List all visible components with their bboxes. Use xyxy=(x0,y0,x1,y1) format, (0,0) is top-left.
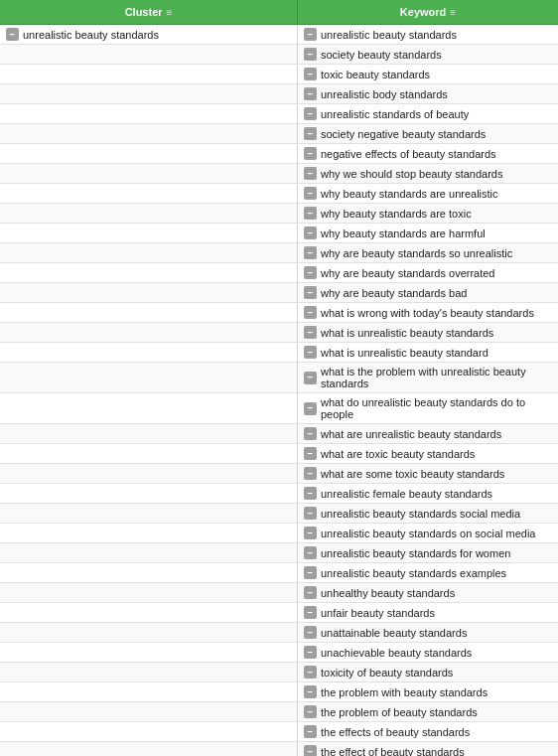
table-row: −the problem with beauty standards xyxy=(0,682,558,702)
remove-keyword-button[interactable]: − xyxy=(304,745,317,756)
remove-keyword-button[interactable]: − xyxy=(304,207,317,220)
keyword-text: society negative beauty standards xyxy=(321,128,486,140)
cluster-cell xyxy=(0,303,298,322)
keyword-text: what is the problem with unrealistic bea… xyxy=(321,366,552,389)
table-row: −unrealistic body standards xyxy=(0,84,558,104)
cluster-cell xyxy=(0,323,298,342)
keyword-text: unrealistic beauty standards on social m… xyxy=(321,528,535,539)
cluster-cell xyxy=(0,363,298,392)
remove-keyword-button[interactable]: − xyxy=(304,326,317,339)
table-row: −what is wrong with today's beauty stand… xyxy=(0,303,558,323)
remove-keyword-button[interactable]: − xyxy=(304,427,317,440)
table-row: −the effects of beauty standards xyxy=(0,722,558,742)
cluster-cell xyxy=(0,184,298,203)
keyword-cell: −what are toxic beauty standards xyxy=(298,444,558,463)
keyword-text: the effect of beauty standards xyxy=(321,746,465,757)
keyword-text: toxic beauty standards xyxy=(321,69,430,80)
remove-keyword-button[interactable]: − xyxy=(304,147,317,160)
cluster-cell xyxy=(0,243,298,262)
remove-keyword-button[interactable]: − xyxy=(304,487,317,500)
table-row: −what are toxic beauty standards xyxy=(0,444,558,464)
table-row: −what is unrealistic beauty standard xyxy=(0,343,558,363)
remove-keyword-button[interactable]: − xyxy=(304,606,317,619)
keyword-text: why are beauty standards bad xyxy=(321,287,467,299)
remove-keyword-button[interactable]: − xyxy=(304,626,317,639)
remove-keyword-button[interactable]: − xyxy=(304,586,317,599)
remove-keyword-button[interactable]: − xyxy=(304,467,317,480)
table-row: −toxic beauty standards xyxy=(0,65,558,84)
remove-keyword-button[interactable]: − xyxy=(304,87,317,100)
remove-keyword-button[interactable]: − xyxy=(304,227,317,239)
keyword-cell: −what are some toxic beauty standards xyxy=(298,464,558,483)
keyword-cell: −unachievable beauty standards xyxy=(298,643,558,662)
remove-keyword-button[interactable]: − xyxy=(304,28,317,41)
cluster-cell xyxy=(0,124,298,143)
remove-keyword-button[interactable]: − xyxy=(304,346,317,359)
keyword-text: what are toxic beauty standards xyxy=(321,448,475,460)
keyword-cell: −the effects of beauty standards xyxy=(298,722,558,741)
remove-keyword-button[interactable]: − xyxy=(304,646,317,659)
remove-keyword-button[interactable]: − xyxy=(304,546,317,559)
table-row: −the effect of beauty standards xyxy=(0,742,558,756)
remove-keyword-button[interactable]: − xyxy=(304,725,317,738)
cluster-cell xyxy=(0,643,298,662)
table-row: −unrealistic standards of beauty xyxy=(0,104,558,124)
keyword-text: what are some toxic beauty standards xyxy=(321,468,504,480)
keyword-text: why are beauty standards so unrealistic xyxy=(321,247,512,259)
keyword-text: unrealistic standards of beauty xyxy=(321,108,469,120)
cluster-cell xyxy=(0,224,298,242)
keyword-text: why are beauty standards overrated xyxy=(321,267,495,279)
remove-keyword-button[interactable]: − xyxy=(304,48,317,61)
keyword-cell: −what is unrealistic beauty standard xyxy=(298,343,558,362)
keyword-text: what do unrealistic beauty standards do … xyxy=(321,396,552,420)
remove-keyword-button[interactable]: − xyxy=(304,187,317,200)
cluster-cell xyxy=(0,343,298,362)
cluster-cell xyxy=(0,663,298,681)
remove-keyword-button[interactable]: − xyxy=(304,167,317,180)
remove-keyword-button[interactable]: − xyxy=(304,246,317,259)
table-header: Cluster ≡ Keyword ≡ xyxy=(0,0,558,25)
remove-keyword-button[interactable]: − xyxy=(304,527,317,539)
table-row: −the problem of beauty standards xyxy=(0,702,558,722)
remove-keyword-button[interactable]: − xyxy=(304,447,317,460)
cluster-header-label: Cluster xyxy=(125,6,163,18)
keyword-cell: −why beauty standards are toxic xyxy=(298,204,558,223)
table-row: −why beauty standards are harmful xyxy=(0,224,558,243)
remove-keyword-button[interactable]: − xyxy=(304,685,317,698)
keyword-cell: −unattainable beauty standards xyxy=(298,623,558,642)
cluster-name: unrealistic beauty standards xyxy=(23,29,159,41)
keyword-text: unhealthy beauty standards xyxy=(321,587,455,599)
remove-keyword-button[interactable]: − xyxy=(304,507,317,520)
remove-keyword-button[interactable]: − xyxy=(304,68,317,80)
keyword-filter-icon[interactable]: ≡ xyxy=(450,7,456,18)
remove-keyword-button[interactable]: − xyxy=(304,372,317,384)
keyword-cell: −why are beauty standards so unrealistic xyxy=(298,243,558,262)
remove-keyword-button[interactable]: − xyxy=(304,666,317,679)
remove-keyword-button[interactable]: − xyxy=(304,107,317,120)
remove-keyword-button[interactable]: − xyxy=(304,705,317,718)
cluster-filter-icon[interactable]: ≡ xyxy=(167,7,173,18)
table-row: −toxicity of beauty standards xyxy=(0,663,558,682)
keyword-cell: −why are beauty standards bad xyxy=(298,283,558,302)
remove-keyword-button[interactable]: − xyxy=(304,402,317,415)
cluster-cell xyxy=(0,424,298,443)
keyword-cell: −unrealistic beauty standards for women xyxy=(298,543,558,562)
remove-keyword-button[interactable]: − xyxy=(304,127,317,140)
keyword-cell: −what are unrealistic beauty standards xyxy=(298,424,558,443)
remove-keyword-button[interactable]: − xyxy=(304,306,317,319)
collapse-cluster-button[interactable]: − xyxy=(6,28,19,41)
table-row: −society beauty standards xyxy=(0,45,558,65)
keyword-text: why beauty standards are harmful xyxy=(321,227,486,239)
cluster-cell: −unrealistic beauty standards xyxy=(0,25,298,44)
keyword-cell: −the effect of beauty standards xyxy=(298,742,558,756)
keyword-cell: −unrealistic female beauty standards xyxy=(298,484,558,503)
table-row: −society negative beauty standards xyxy=(0,124,558,144)
remove-keyword-button[interactable]: − xyxy=(304,286,317,299)
remove-keyword-button[interactable]: − xyxy=(304,566,317,579)
keyword-cell: −toxic beauty standards xyxy=(298,65,558,83)
remove-keyword-button[interactable]: − xyxy=(304,266,317,279)
cluster-cell xyxy=(0,84,298,103)
keyword-cell: −unhealthy beauty standards xyxy=(298,583,558,602)
keyword-text: the problem of beauty standards xyxy=(321,706,478,718)
cluster-cell xyxy=(0,563,298,582)
